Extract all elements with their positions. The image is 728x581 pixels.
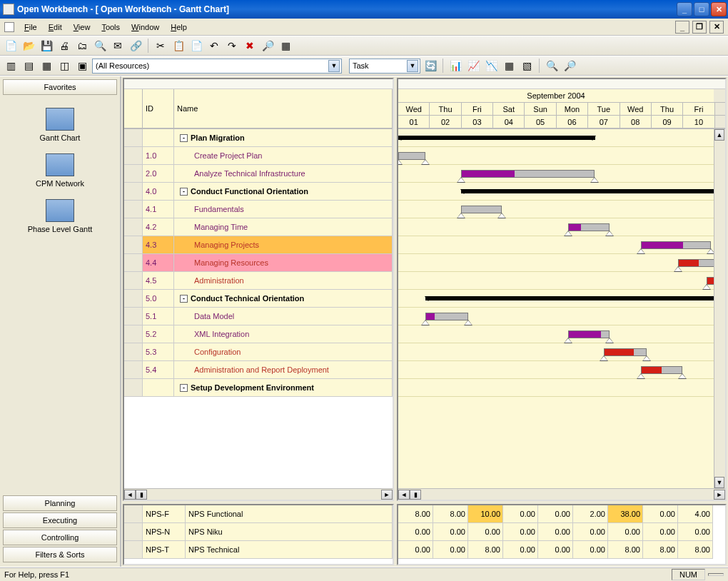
- chart3-icon[interactable]: 📉: [483, 58, 499, 74]
- summary-bar[interactable]: [461, 189, 714, 193]
- favorites-header[interactable]: Favorites: [3, 79, 117, 95]
- task-row[interactable]: -Plan Migration: [124, 129, 393, 147]
- resource-value-cell[interactable]: 10.00: [468, 505, 503, 523]
- gantt-row[interactable]: [398, 254, 714, 272]
- chevron-down-icon[interactable]: ▼: [407, 60, 418, 72]
- summary-bar[interactable]: [398, 136, 595, 140]
- gantt-row[interactable]: [398, 236, 714, 254]
- gantt-row[interactable]: [398, 379, 714, 397]
- summary-bar[interactable]: [425, 296, 714, 300]
- gantt-row[interactable]: [398, 147, 714, 165]
- sidebar-view-phase-level-gantt[interactable]: Phase Level Gantt: [3, 193, 117, 239]
- row-gutter[interactable]: [124, 254, 143, 272]
- new-icon[interactable]: 📄: [3, 38, 19, 54]
- chart1-icon[interactable]: 📊: [448, 58, 463, 74]
- gantt-row[interactable]: [398, 361, 714, 379]
- chart4-icon[interactable]: ▦: [501, 58, 517, 74]
- resource-filter-combo[interactable]: (All Resources) ▼: [92, 59, 342, 74]
- resource-value-cell[interactable]: 8.00: [398, 505, 433, 523]
- sidebar-section-planning[interactable]: Planning: [3, 495, 117, 511]
- menu-window[interactable]: Window: [126, 21, 165, 33]
- row-gutter[interactable]: [124, 147, 143, 165]
- sidebar-section-filters-sorts[interactable]: Filters & Sorts: [3, 547, 117, 562]
- row-gutter[interactable]: [124, 290, 143, 308]
- resource-value-cell[interactable]: 0.00: [398, 541, 433, 559]
- resource-value-cell[interactable]: 0.00: [643, 505, 678, 523]
- resource-value-cell[interactable]: 8.00: [643, 541, 678, 559]
- task-row[interactable]: 5.0-Conduct Technical Orientation: [124, 290, 393, 308]
- print-icon[interactable]: 🖨: [56, 38, 72, 54]
- mdi-close-button[interactable]: ✕: [709, 21, 724, 34]
- maximize-button[interactable]: □: [694, 2, 709, 16]
- resource-value-cell[interactable]: 38.00: [608, 505, 643, 523]
- row-gutter[interactable]: [124, 236, 143, 254]
- find-icon[interactable]: 🔎: [260, 38, 275, 54]
- sidebar-view-gantt-chart[interactable]: Gantt Chart: [3, 102, 117, 148]
- sidebar-section-controlling[interactable]: Controlling: [3, 530, 117, 545]
- vscroll-gantt[interactable]: ▲▼: [714, 129, 725, 488]
- chart5-icon[interactable]: ▧: [519, 58, 535, 74]
- resource-value-cell[interactable]: 0.00: [538, 523, 573, 541]
- task-bar[interactable]: [641, 241, 711, 249]
- link-icon[interactable]: 🔗: [128, 38, 143, 54]
- task-bar[interactable]: [604, 348, 647, 356]
- shown-type-combo[interactable]: Task ▼: [349, 59, 420, 74]
- resource-value-cell[interactable]: 0.00: [433, 523, 468, 541]
- task-bar[interactable]: [678, 259, 714, 267]
- row-gutter[interactable]: [124, 361, 143, 379]
- task-row[interactable]: 2.0Analyze Technical Infrastructure: [124, 165, 393, 183]
- row-gutter[interactable]: [124, 308, 143, 325]
- task-row[interactable]: 5.2XML Integration: [124, 325, 393, 343]
- gantt-row[interactable]: [398, 218, 714, 236]
- save-icon[interactable]: 💾: [39, 38, 54, 54]
- gantt-row[interactable]: [398, 129, 714, 147]
- resource-values-row[interactable]: 0.000.000.000.000.000.000.000.000.00: [398, 523, 725, 541]
- resource-value-cell[interactable]: 0.00: [573, 523, 608, 541]
- resource-value-cell[interactable]: 0.00: [538, 541, 573, 559]
- row-gutter[interactable]: [124, 183, 143, 201]
- resource-value-cell[interactable]: 8.00: [468, 541, 503, 559]
- resource-value-cell[interactable]: 4.00: [678, 505, 713, 523]
- resource-value-cell[interactable]: 0.00: [678, 523, 713, 541]
- minimize-button[interactable]: _: [677, 2, 692, 16]
- menu-view[interactable]: View: [68, 21, 96, 33]
- task-bar[interactable]: [568, 330, 610, 338]
- resource-value-cell[interactable]: 0.00: [433, 541, 468, 559]
- search-icon[interactable]: 🔍: [92, 38, 108, 54]
- delete-icon[interactable]: ✖: [242, 38, 258, 54]
- resource-value-cell[interactable]: 8.00: [608, 541, 643, 559]
- cut-icon[interactable]: ✂: [153, 38, 168, 54]
- mdi-restore-button[interactable]: ❐: [692, 21, 707, 34]
- gantt-row[interactable]: [398, 165, 714, 183]
- task-row[interactable]: 5.1Data Model: [124, 308, 393, 325]
- resource-values-row[interactable]: 8.008.0010.000.000.002.0038.000.004.00: [398, 505, 725, 523]
- gantt-row[interactable]: [398, 183, 714, 201]
- gantt-row[interactable]: [398, 308, 714, 325]
- view2-icon[interactable]: ▤: [21, 58, 36, 74]
- view3-icon[interactable]: ▦: [39, 58, 54, 74]
- resource-row[interactable]: NPS-NNPS Niku: [124, 523, 393, 541]
- resource-value-cell[interactable]: 0.00: [608, 523, 643, 541]
- grid-icon[interactable]: ▦: [278, 38, 293, 54]
- resource-value-cell[interactable]: 0.00: [503, 523, 538, 541]
- chart2-icon[interactable]: 📈: [465, 58, 481, 74]
- row-gutter[interactable]: [124, 343, 143, 361]
- col-name-header[interactable]: Name: [174, 89, 393, 128]
- view1-icon[interactable]: ▥: [3, 58, 19, 74]
- resource-value-cell[interactable]: 0.00: [468, 523, 503, 541]
- resource-values-row[interactable]: 0.000.008.000.000.000.008.008.008.00: [398, 541, 725, 559]
- row-gutter[interactable]: [124, 325, 143, 343]
- row-gutter[interactable]: [124, 379, 143, 397]
- task-row[interactable]: 4.2Managing Time: [124, 218, 393, 236]
- copy-icon[interactable]: 📋: [171, 38, 186, 54]
- menu-edit[interactable]: Edit: [43, 21, 68, 33]
- task-row[interactable]: 4.4Managing Resources: [124, 254, 393, 272]
- task-row[interactable]: 5.3Configuration: [124, 343, 393, 361]
- collapse-icon[interactable]: -: [180, 384, 188, 392]
- task-row[interactable]: 4.3Managing Projects: [124, 236, 393, 254]
- resource-value-cell[interactable]: 2.00: [573, 505, 608, 523]
- row-gutter[interactable]: [124, 165, 143, 183]
- task-bar[interactable]: [641, 366, 682, 374]
- menu-tools[interactable]: Tools: [96, 21, 126, 33]
- resource-row[interactable]: NPS-FNPS Functional: [124, 505, 393, 523]
